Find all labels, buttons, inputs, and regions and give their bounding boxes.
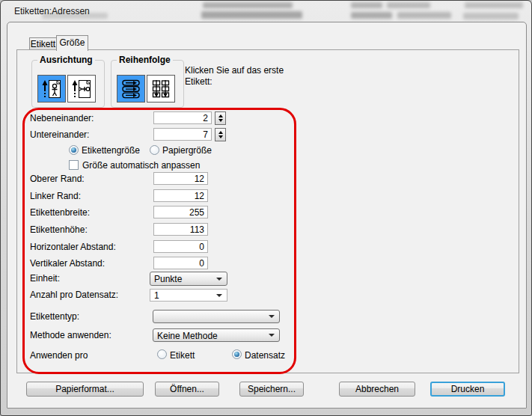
order-rows-button[interactable] — [117, 75, 145, 103]
auto-size-checkbox[interactable] — [69, 160, 79, 170]
methode-anwenden-value: Keine Methode — [157, 330, 218, 342]
spin-down-icon[interactable] — [218, 135, 223, 138]
orientation-group-label: Ausrichtung — [37, 55, 95, 65]
untereinander-input[interactable] — [153, 128, 212, 141]
anwenden-etikett-label: Etikett — [170, 350, 195, 361]
chevron-down-icon — [216, 278, 222, 281]
anwenden-pro-label: Anwenden pro — [30, 350, 88, 361]
tab-groesse-label: Größe — [59, 37, 85, 48]
title-bar[interactable]: Etiketten:Adressen — [1, 1, 532, 22]
etikettentyp-label: Etikettentyp: — [30, 311, 79, 322]
etikettenbreite-label: Etikettenbreite: — [30, 207, 90, 218]
etikettenhoehe-input[interactable] — [153, 223, 208, 236]
anzahl-pro-datensatz-dropdown[interactable]: 1 — [150, 289, 227, 302]
background-blur — [465, 2, 523, 8]
dialog-body: Etikett Größe Ausrichtung — [7, 22, 527, 409]
order-rows-icon — [120, 78, 142, 100]
radio-papiergroesse[interactable] — [150, 145, 159, 155]
anzahl-pro-datensatz-label: Anzahl pro Datensatz: — [30, 290, 118, 300]
drucken-button[interactable]: Drucken — [430, 382, 505, 397]
nebeneinander-stepper[interactable] — [215, 111, 226, 125]
tab-groesse[interactable]: Größe — [56, 35, 88, 51]
horizontaler-abstand-label: Horizontaler Abstand: — [30, 242, 116, 252]
papierformat-button[interactable]: Papierformat... — [26, 382, 144, 397]
background-blur — [201, 11, 302, 19]
portrait-page-icon — [40, 78, 63, 100]
order-group-label: Reihenfolge — [117, 55, 173, 65]
background-blur — [397, 12, 451, 19]
linker-rand-input[interactable] — [153, 189, 208, 202]
methode-anwenden-dropdown[interactable]: Keine Methode — [153, 328, 280, 342]
einheit-dropdown[interactable]: Punkte — [150, 272, 227, 286]
landscape-page-icon — [70, 78, 93, 100]
background-blur — [351, 12, 392, 19]
abbrechen-button-label: Abbrechen — [355, 384, 399, 394]
vertikaler-abstand-label: Vertikaler Abstand: — [30, 258, 105, 269]
chevron-down-icon — [269, 334, 275, 337]
spin-up-icon[interactable] — [218, 131, 223, 134]
speichern-button-label: Speichern... — [248, 384, 296, 394]
methode-anwenden-label: Methode anwenden: — [30, 330, 111, 340]
einheit-label: Einheit: — [30, 273, 60, 284]
orientation-landscape-button[interactable] — [67, 75, 96, 103]
oeffnen-button[interactable]: Öffnen... — [155, 382, 219, 397]
nebeneinander-label: Nebeneinander: — [30, 113, 94, 123]
spin-up-icon[interactable] — [218, 114, 223, 117]
etikettengroesse-label: Etikettengröße — [82, 145, 140, 156]
auto-size-label: Größe automatisch anpassen — [82, 160, 200, 171]
chevron-down-icon — [216, 294, 222, 297]
etikettentyp-dropdown[interactable] — [153, 310, 280, 323]
oeffnen-button-label: Öffnen... — [170, 384, 204, 394]
abbrechen-button[interactable]: Abbrechen — [339, 382, 415, 397]
preview-hint-text: Klicken Sie auf das erste Etikett: — [185, 65, 299, 88]
chevron-down-icon — [269, 315, 275, 318]
tab-etikett[interactable]: Etikett — [29, 37, 57, 50]
speichern-button[interactable]: Speichern... — [239, 382, 304, 397]
vertikaler-abstand-input[interactable] — [153, 257, 208, 269]
background-blur — [463, 13, 519, 19]
background-blur — [387, 2, 430, 8]
tab-etikett-label: Etikett — [31, 39, 55, 49]
orientation-portrait-button[interactable] — [37, 75, 66, 103]
untereinander-label: Untereinander: — [30, 129, 89, 140]
etikettenbreite-input[interactable] — [153, 206, 208, 218]
untereinander-stepper[interactable] — [215, 128, 226, 141]
anwenden-datensatz-label: Datensatz — [245, 350, 285, 361]
background-blur — [351, 2, 382, 8]
background-blur — [203, 2, 293, 8]
nebeneinander-input[interactable] — [153, 111, 212, 124]
etikettenhoehe-label: Etikettenhöhe: — [30, 224, 88, 235]
einheit-value: Punkte — [154, 273, 182, 285]
horizontaler-abstand-input[interactable] — [153, 240, 208, 253]
drucken-button-label: Drucken — [451, 384, 485, 394]
radio-etikettengroesse[interactable] — [69, 145, 79, 155]
papierformat-button-label: Papierformat... — [55, 384, 114, 394]
oberer-rand-label: Oberer Rand: — [30, 174, 85, 184]
order-columns-button[interactable] — [147, 75, 175, 103]
papiergroesse-label: Papiergröße — [162, 145, 212, 156]
radio-anwenden-etikett[interactable] — [157, 349, 167, 359]
dialog-window: Etiketten:Adressen Etikett Größe Ausrich… — [0, 0, 532, 416]
oberer-rand-input[interactable] — [153, 172, 208, 185]
spin-down-icon[interactable] — [218, 119, 223, 122]
window-title: Etiketten:Adressen — [14, 6, 90, 16]
linker-rand-label: Linker Rand: — [30, 191, 81, 201]
radio-anwenden-datensatz[interactable] — [232, 349, 242, 359]
anzahl-pro-datensatz-value: 1 — [154, 290, 159, 302]
order-columns-icon — [150, 78, 172, 100]
